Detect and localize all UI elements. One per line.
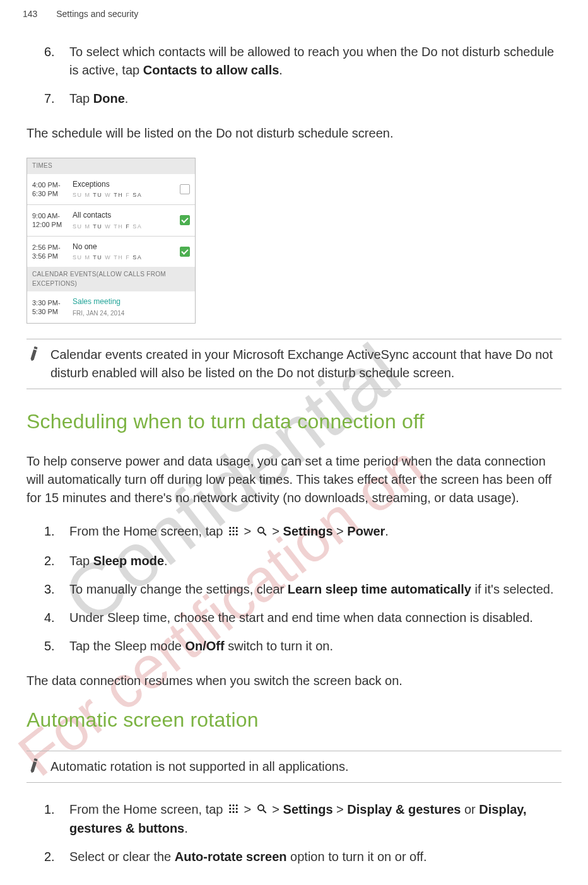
checkbox-icon: [180, 215, 190, 225]
step-number: 4.: [44, 609, 69, 627]
ss-time: 9:00 AM-12:00 PM: [32, 211, 73, 230]
ss-row-title: No one: [73, 242, 180, 252]
step: 4. Under Sleep time, choose the start an…: [44, 609, 562, 627]
ss-time: 4:00 PM-6:30 PM: [32, 180, 73, 199]
text: .: [164, 554, 168, 568]
section-title-scheduling: Scheduling when to turn data connection …: [26, 407, 562, 436]
ss-row-title: Exceptions: [73, 179, 180, 190]
text: if it's selected.: [471, 582, 554, 596]
ss-calendar-row: 3:30 PM- 5:30 PM Sales meeting FRI, JAN …: [27, 291, 195, 323]
step-number: 5.: [44, 637, 69, 655]
note-activesync: Calendar events created in your Microsof…: [26, 339, 562, 389]
bold-text: Done: [93, 91, 125, 105]
pencil-icon: [24, 343, 44, 363]
text: To select which contacts will be allowed…: [69, 45, 554, 77]
bold-text: Settings: [283, 802, 333, 816]
text: Select or clear the: [69, 850, 175, 864]
svg-point-19: [236, 811, 238, 813]
ss-row: 9:00 AM-12:00 PMAll contactsSU M TU W TH…: [27, 205, 195, 236]
ss-cal-title: Sales meeting: [73, 296, 190, 307]
ss-row-title: All contacts: [73, 210, 180, 221]
ss-header-times: TIMES: [27, 158, 195, 174]
svg-point-3: [229, 530, 231, 532]
step-7: 7. Tap Done.: [44, 90, 562, 108]
ss-days: SU M TU W TH F SA: [73, 223, 180, 231]
svg-point-6: [229, 533, 231, 535]
section1-after: The data connection resumes when you swi…: [26, 672, 562, 690]
step-6: 6. To select which contacts will be allo…: [44, 43, 562, 79]
step: 1. From the Home screen, tap > > Setting…: [44, 522, 562, 541]
header-title: Settings and security: [56, 8, 138, 20]
ss-time: 2:56 PM-3:56 PM: [32, 243, 73, 261]
text: >: [272, 802, 283, 816]
page-number: 143: [23, 8, 37, 20]
search-icon: [256, 524, 268, 542]
text: .: [125, 91, 129, 105]
text: .: [184, 821, 188, 835]
ss-row: 4:00 PM-6:30 PMExceptionsSU M TU W TH F …: [27, 174, 195, 205]
svg-point-17: [229, 811, 231, 813]
svg-point-0: [229, 527, 231, 529]
page-header: 143 Settings and security: [0, 0, 588, 20]
svg-point-13: [236, 804, 238, 806]
text: From the Home screen, tap: [69, 524, 226, 538]
svg-point-15: [232, 808, 234, 810]
checkbox-icon: [180, 247, 190, 257]
text: >: [336, 524, 347, 538]
text: .: [279, 63, 283, 77]
step: 3. To manually change the settings, clea…: [44, 580, 562, 599]
step-number: 6.: [44, 43, 69, 79]
svg-line-21: [263, 810, 266, 813]
bold-text: Power: [347, 524, 385, 538]
pencil-icon: [24, 755, 44, 775]
svg-point-7: [232, 533, 234, 535]
note-text: Automatic rotation is not supported in a…: [50, 758, 349, 776]
bold-text: Contacts to allow calls: [143, 63, 279, 77]
steps-section2: 1. From the Home screen, tap > > Setting…: [26, 800, 562, 866]
ss-cal-date: FRI, JAN 24, 2014: [73, 309, 190, 319]
step: 5. Tap the Sleep mode On/Off switch to t…: [44, 637, 562, 655]
svg-point-5: [236, 530, 238, 532]
ss-header-calendar: CALENDAR EVENTS(ALLOW CALLS FROM EXCEPTI…: [27, 267, 195, 291]
apps-grid-icon: [228, 524, 239, 542]
text: >: [272, 524, 283, 538]
step-number: 2.: [44, 552, 69, 570]
svg-point-16: [236, 808, 238, 810]
steps-section0: 6. To select which contacts will be allo…: [26, 43, 562, 108]
svg-point-18: [232, 811, 234, 813]
text: Under Sleep time, choose the start and e…: [69, 611, 533, 624]
text: >: [336, 802, 347, 816]
steps-section1: 1. From the Home screen, tap > > Setting…: [26, 522, 562, 655]
note-rotation: Automatic rotation is not supported in a…: [26, 751, 562, 783]
text: Tap the Sleep mode: [69, 639, 185, 653]
step-number: 2.: [44, 848, 69, 866]
note-text: Calendar events created in your Microsof…: [50, 346, 562, 382]
step-number: 1.: [44, 522, 69, 541]
text: Tap: [69, 554, 93, 568]
text: To manually change the settings, clear: [69, 582, 288, 596]
bold-text: On/Off: [185, 639, 224, 653]
svg-point-11: [229, 804, 231, 806]
step: 2. Tap Sleep mode.: [44, 552, 562, 570]
ss-time: 3:30 PM- 5:30 PM: [32, 298, 73, 317]
text: >: [244, 524, 255, 538]
svg-point-9: [258, 527, 264, 533]
svg-point-8: [236, 533, 238, 535]
section-title-rotation: Automatic screen rotation: [26, 705, 562, 734]
text: option to turn it on or off.: [287, 850, 427, 864]
step: 2. Select or clear the Auto-rotate scree…: [44, 848, 562, 866]
bold-text: Display & gestures: [347, 802, 461, 816]
svg-point-20: [258, 805, 264, 811]
text: >: [244, 802, 255, 816]
step-number: 1.: [44, 800, 69, 838]
bold-text: Auto-rotate screen: [175, 850, 287, 864]
svg-point-14: [229, 808, 231, 810]
text: or: [464, 802, 479, 816]
svg-point-4: [232, 530, 234, 532]
step: 1. From the Home screen, tap > > Setting…: [44, 800, 562, 838]
text: Tap: [69, 91, 93, 105]
ss-days: SU M TU W TH F SA: [73, 191, 180, 199]
svg-point-1: [232, 527, 234, 529]
ss-days: SU M TU W TH F SA: [73, 254, 180, 262]
apps-grid-icon: [228, 801, 239, 819]
